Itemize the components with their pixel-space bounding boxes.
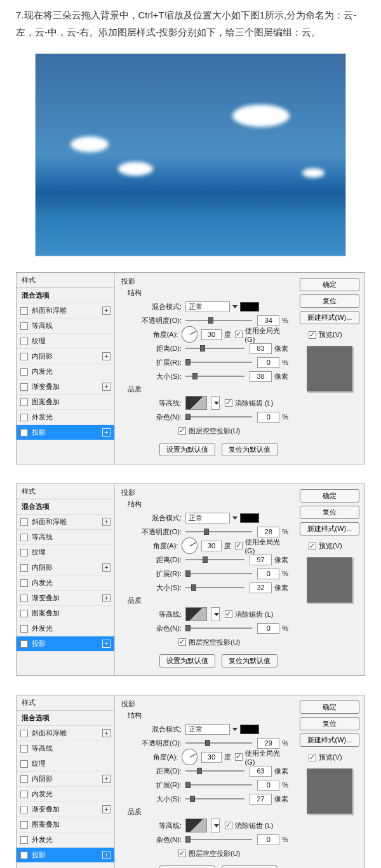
preview-checkbox[interactable] [309,754,316,761]
noise-slider[interactable] [185,839,252,840]
blending-options-row[interactable]: 混合选项 [17,499,114,515]
blend-mode-select[interactable]: 正常 [185,513,230,523]
chevron-down-icon[interactable] [232,516,237,520]
chevron-down-icon[interactable] [232,728,237,731]
size-slider[interactable] [185,376,244,377]
new-style-button[interactable]: 新建样式(W)... [300,311,359,324]
global-light-checkbox[interactable] [235,331,242,338]
plus-icon[interactable]: + [102,594,110,602]
opacity-slider[interactable] [185,531,252,532]
style-inner-shadow[interactable]: 内阴影+ [17,349,114,364]
ok-button[interactable]: 确定 [300,700,359,714]
style-texture[interactable]: 纹理 [17,756,114,772]
ok-button[interactable]: 确定 [300,489,359,503]
preview-checkbox[interactable] [309,331,316,339]
blending-options-row[interactable]: 混合选项 [17,288,114,303]
blend-mode-select[interactable]: 正常 [185,301,230,312]
spread-slider[interactable] [185,784,252,786]
preview-checkbox[interactable] [309,542,316,550]
plus-icon[interactable]: + [102,729,110,737]
style-texture[interactable]: 纹理 [17,545,114,560]
noise-slider[interactable] [185,628,252,629]
opacity-input[interactable]: 34 [257,315,279,326]
color-swatch[interactable] [240,302,259,312]
spread-slider[interactable] [185,573,252,574]
style-inner-glow[interactable]: 内发光 [17,364,114,379]
style-bevel[interactable]: 斜面和浮雕+ [17,515,114,530]
antialias-checkbox[interactable] [225,610,232,618]
style-inner-glow[interactable]: 内发光 [17,575,114,591]
angle-dial[interactable] [182,749,197,765]
chevron-down-icon[interactable] [232,305,237,308]
knockout-checkbox[interactable] [178,638,186,646]
style-bevel[interactable]: 斜面和浮雕+ [17,303,114,319]
contour-picker[interactable] [185,396,207,410]
style-outer-glow[interactable]: 外发光 [17,410,114,425]
new-style-button[interactable]: 新建样式(W)... [300,733,359,747]
plus-icon[interactable]: + [102,640,110,648]
size-slider[interactable] [185,587,244,588]
style-drop-shadow[interactable]: 投影+ [17,636,114,652]
reset-default-button[interactable]: 复位为默认值 [222,654,277,667]
antialias-checkbox[interactable] [225,822,232,829]
reset-button[interactable]: 复位 [300,506,359,519]
reset-button[interactable]: 复位 [300,294,359,308]
angle-dial[interactable] [182,326,197,343]
blend-mode-select[interactable]: 正常 [185,724,230,735]
contour-picker[interactable] [185,819,207,832]
style-bevel[interactable]: 斜面和浮雕+ [17,726,114,741]
reset-button[interactable]: 复位 [300,717,359,730]
plus-icon[interactable]: + [102,563,110,572]
style-pattern-overlay[interactable]: 图案叠加 [17,395,114,410]
opacity-slider[interactable] [185,742,252,744]
spread-input[interactable]: 0 [257,569,279,579]
plus-icon[interactable]: + [102,851,110,859]
global-light-checkbox[interactable] [235,542,242,549]
style-inner-shadow[interactable]: 内阴影+ [17,560,114,575]
size-input[interactable]: 32 [250,582,272,593]
reset-default-button[interactable]: 复位为默认值 [222,865,277,868]
style-drop-shadow[interactable]: 投影+ [17,425,114,440]
style-gradient-overlay[interactable]: 渐变叠加+ [17,802,114,817]
new-style-button[interactable]: 新建样式(W)... [300,522,359,536]
style-gradient-overlay[interactable]: 渐变叠加+ [17,379,114,395]
plus-icon[interactable]: + [102,805,110,813]
plus-icon[interactable]: + [102,352,110,360]
opacity-input[interactable]: 29 [257,738,279,749]
opacity-slider[interactable] [185,320,252,321]
plus-icon[interactable]: + [102,383,110,391]
style-texture[interactable]: 纹理 [17,334,114,349]
set-default-button[interactable]: 设置为默认值 [159,865,215,868]
chevron-down-icon[interactable] [211,607,220,621]
plus-icon[interactable]: + [102,775,110,783]
style-pattern-overlay[interactable]: 图案叠加 [17,606,114,621]
contour-picker[interactable] [185,607,207,621]
knockout-checkbox[interactable] [178,850,186,857]
angle-input[interactable]: 30 [201,329,222,340]
style-outer-glow[interactable]: 外发光 [17,832,114,848]
noise-input[interactable]: 0 [257,623,279,634]
angle-input[interactable]: 30 [201,541,222,551]
size-input[interactable]: 38 [250,371,272,382]
opacity-input[interactable]: 28 [257,527,279,537]
distance-slider[interactable] [185,770,244,772]
size-input[interactable]: 27 [250,794,272,805]
antialias-checkbox[interactable] [225,399,232,407]
style-gradient-overlay[interactable]: 渐变叠加+ [17,591,114,606]
spread-input[interactable]: 0 [257,780,279,791]
style-contour[interactable]: 等高线 [17,741,114,756]
style-contour[interactable]: 等高线 [17,319,114,334]
spread-slider[interactable] [185,362,252,363]
angle-dial[interactable] [182,537,197,554]
distance-input[interactable]: 83 [250,343,272,354]
reset-default-button[interactable]: 复位为默认值 [222,443,277,456]
distance-input[interactable]: 63 [250,766,272,777]
distance-slider[interactable] [185,348,244,349]
noise-input[interactable]: 0 [257,834,279,845]
style-drop-shadow[interactable]: 投影+ [17,848,114,863]
style-pattern-overlay[interactable]: 图案叠加 [17,817,114,832]
style-inner-glow[interactable]: 内发光 [17,787,114,802]
plus-icon[interactable]: + [102,306,110,315]
noise-input[interactable]: 0 [257,412,279,423]
plus-icon[interactable]: + [102,518,110,526]
